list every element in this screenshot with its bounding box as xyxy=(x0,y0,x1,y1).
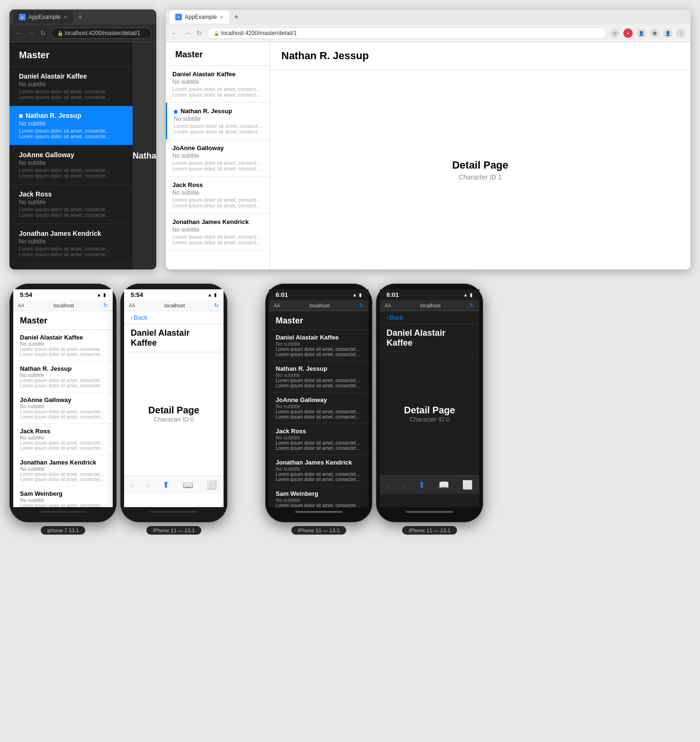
phone-item-1-right-1[interactable]: Nathan R. Jessup No subtitle Lorem ipsum… xyxy=(269,361,368,393)
phone-back-icon-2[interactable]: ‹ xyxy=(131,480,134,490)
phone-status-left-1: ▲ ▮ xyxy=(97,292,106,297)
item-desc1-0-right: Lorem ipsum dolor sit amet, consecte... xyxy=(172,86,263,92)
item-subtitle-3-left: No subtitle xyxy=(19,199,123,206)
forward-btn-right[interactable]: → xyxy=(183,29,191,37)
phone-url-right-2: localhost xyxy=(391,303,470,308)
item-desc1-4-left: Lorem ipsum dolor sit amet, consecte... xyxy=(19,246,123,251)
phone-home-indicator-right-1 xyxy=(269,507,368,517)
tab-title-left: AppExample xyxy=(28,14,61,20)
toolbar-icons-right: ☆ ● 👤 ⚙ 👤 ⋮ xyxy=(610,28,686,38)
phone-time-left-2: 5:54 xyxy=(131,291,143,298)
master-header-left: Master xyxy=(9,42,133,67)
toolbar-menu-icon[interactable]: ⋮ xyxy=(676,28,686,38)
phone-wrapper-left-1: 5:54 ▲ ▮ AA localhost ↻ Master xyxy=(9,284,117,535)
phone-right-2: 6:01 ▲ ▮ AA localhost ↻ xyxy=(376,284,483,522)
phone-item-0-left-1[interactable]: Daniel Alastair Kaffee No subtitle Lorem… xyxy=(13,330,113,361)
item-desc1-2-right: Lorem ipsum dolor sit amet, consecte... xyxy=(172,160,263,166)
list-item-2-left[interactable]: JoAnne Galloway No subtitle Lorem ipsum … xyxy=(9,145,133,185)
wifi-icon-r2: ▲ xyxy=(463,292,468,297)
toolbar-icon-3[interactable]: ⚙ xyxy=(650,28,659,38)
phone-refresh-right-2[interactable]: ↻ xyxy=(470,302,475,309)
phone-forward-icon-2[interactable]: › xyxy=(147,480,150,490)
item-subtitle-4-right: No subtitle xyxy=(172,226,263,233)
phone-item-5-left-1[interactable]: Sam Weinberg No subtitle Lorem ipsum dol… xyxy=(13,486,113,507)
address-bar-right[interactable]: 🔒 localhost:4200/master/detail/1 xyxy=(207,27,606,39)
back-btn-left[interactable]: ← xyxy=(14,29,23,37)
phone-refresh-right-1[interactable]: ↻ xyxy=(359,302,364,309)
phone-back-bar-right-2: ‹ Back xyxy=(380,311,479,324)
detail-name-header-right: Nathan R. Jessup xyxy=(270,42,691,70)
tab-left[interactable]: A AppExample ✕ xyxy=(13,10,73,24)
phone-share-icon-r2[interactable]: ⬆ xyxy=(418,480,425,490)
phone-screen-left-1: 5:54 ▲ ▮ AA localhost ↻ Master xyxy=(13,289,113,507)
wifi-icon-2: ▲ xyxy=(207,292,212,297)
toolbar-icon-4[interactable]: 👤 xyxy=(663,28,673,38)
chevron-left-icon-r2: ‹ xyxy=(386,314,388,321)
phone-back-btn-left-2[interactable]: ‹ Back xyxy=(131,314,217,321)
phone-item-3-left-1[interactable]: Jack Ross No subtitle Lorem ipsum dolor … xyxy=(13,424,113,455)
master-header-right: Master xyxy=(166,42,269,66)
phone-home-indicator-left-1 xyxy=(13,507,113,517)
phone-tabs-icon-r2[interactable]: ⬜ xyxy=(462,480,473,490)
toolbar-icon-2[interactable]: 👤 xyxy=(637,28,646,38)
tab-right[interactable]: A AppExample ✕ xyxy=(170,10,229,24)
list-item-4-right[interactable]: Jonathan James Kendrick No subtitle Lore… xyxy=(166,214,269,250)
phone-item-5-right-1[interactable]: Sam Weinberg No subtitle Lorem ipsum dol… xyxy=(269,486,368,507)
phone-wrapper-right-2: 6:01 ▲ ▮ AA localhost ↻ xyxy=(376,284,483,535)
list-item-1-left[interactable]: Nathan R. Jessup No subtitle Lorem ipsum… xyxy=(9,106,133,145)
item-desc2-3-left: Lorem ipsum dolor sit amet, consecte... xyxy=(19,212,123,218)
phone-item-2-left-1[interactable]: JoAnne Galloway No subtitle Lorem ipsum … xyxy=(13,393,113,424)
reload-btn-left[interactable]: ↻ xyxy=(39,29,47,37)
phone-back-btn-right-2[interactable]: ‹ Back xyxy=(386,314,473,321)
phone-bookmarks-icon-r2[interactable]: 📖 xyxy=(439,480,449,490)
list-item-0-right[interactable]: Daniel Alastair Kaffee No subtitle Lorem… xyxy=(166,66,269,103)
list-item-0-left[interactable]: Daniel Alastair Kaffee No subtitle Lorem… xyxy=(9,67,133,106)
address-bar-left[interactable]: 🔒 localhost:4200/master/detail/1 xyxy=(51,27,152,39)
phone-url-left-2: localhost xyxy=(135,303,214,308)
item-subtitle-2-right: No subtitle xyxy=(172,152,263,159)
toolbar-icon-1[interactable]: ● xyxy=(623,28,633,38)
phone-detail-content-right-2: Detail Page Character ID 0 xyxy=(380,352,479,475)
phone-right-1: 6:01 ▲ ▮ AA localhost ↻ Master xyxy=(265,284,372,522)
item-desc1-1-left: Lorem ipsum dolor sit amet, consecte... xyxy=(19,128,123,134)
phone-item-3-right-1[interactable]: Jack Ross No subtitle Lorem ipsum dolor … xyxy=(269,424,368,455)
list-item-4-left[interactable]: Jonathan James Kendrick No subtitle Lore… xyxy=(9,224,133,263)
phone-home-bar-left-1 xyxy=(39,511,87,513)
tab-close-left[interactable]: ✕ xyxy=(63,15,67,20)
list-item-2-right[interactable]: JoAnne Galloway No subtitle Lorem ipsum … xyxy=(166,140,269,177)
reload-btn-right[interactable]: ↻ xyxy=(195,29,204,37)
forward-btn-left[interactable]: → xyxy=(27,29,35,37)
item-desc1-0-left: Lorem ipsum dolor sit amet, consecte... xyxy=(19,89,123,94)
phone-item-1-left-1[interactable]: Nathan R. Jessup No subtitle Lorem ipsum… xyxy=(13,361,113,393)
list-item-3-right[interactable]: Jack Ross No subtitle Lorem ipsum dolor … xyxy=(166,177,269,214)
detail-panel-right: Nathan R. Jessup Detail Page Character I… xyxy=(270,42,691,269)
tab-bar-right: A AppExample ✕ + xyxy=(166,9,691,25)
phone-item-4-left-1[interactable]: Jonathan James Kendrick No subtitle Lore… xyxy=(13,455,113,486)
phone-forward-icon-r2[interactable]: › xyxy=(403,480,405,490)
phone-browser-bar-left-2: AA localhost ↻ xyxy=(124,300,224,311)
phone-item-0-right-1[interactable]: Daniel Alastair Kaffee No subtitle Lorem… xyxy=(269,330,368,361)
detail-page-title-right: Detail Page xyxy=(452,159,509,171)
phone-bookmarks-icon-2[interactable]: 📖 xyxy=(183,480,193,490)
phone-browser-bar-right-2: AA localhost ↻ xyxy=(380,300,479,311)
new-tab-left[interactable]: + xyxy=(75,12,86,22)
favicon-left: A xyxy=(19,14,26,20)
phone-item-2-right-1[interactable]: JoAnne Galloway No subtitle Lorem ipsum … xyxy=(269,393,368,424)
status-bar-right-2: 6:01 ▲ ▮ xyxy=(380,289,479,300)
item-name-2-left: JoAnne Galloway xyxy=(19,151,123,159)
phone-item-4-right-1[interactable]: Jonathan James Kendrick No subtitle Lore… xyxy=(269,455,368,486)
phone-back-icon-r2[interactable]: ‹ xyxy=(386,480,389,490)
phone-refresh-left-1[interactable]: ↻ xyxy=(103,302,108,309)
toolbar-star-icon[interactable]: ☆ xyxy=(610,28,619,38)
phone-share-icon-2[interactable]: ⬆ xyxy=(162,480,170,490)
list-item-1-right[interactable]: Nathan R. Jessup No subtitle Lorem ipsum… xyxy=(166,103,269,140)
phone-tabs-icon-2[interactable]: ⬜ xyxy=(206,480,217,490)
phone-refresh-left-2[interactable]: ↻ xyxy=(214,302,219,309)
tab-close-right[interactable]: ✕ xyxy=(220,15,224,20)
new-tab-right[interactable]: + xyxy=(231,12,242,22)
url-right: localhost:4200/master/detail/1 xyxy=(221,30,296,36)
phone-aa-left-2: AA xyxy=(129,303,135,308)
list-item-3-left[interactable]: Jack Ross No subtitle Lorem ipsum dolor … xyxy=(9,185,133,224)
back-btn-right[interactable]: ← xyxy=(171,29,179,37)
phone-group-left: 5:54 ▲ ▮ AA localhost ↻ Master xyxy=(9,284,227,535)
